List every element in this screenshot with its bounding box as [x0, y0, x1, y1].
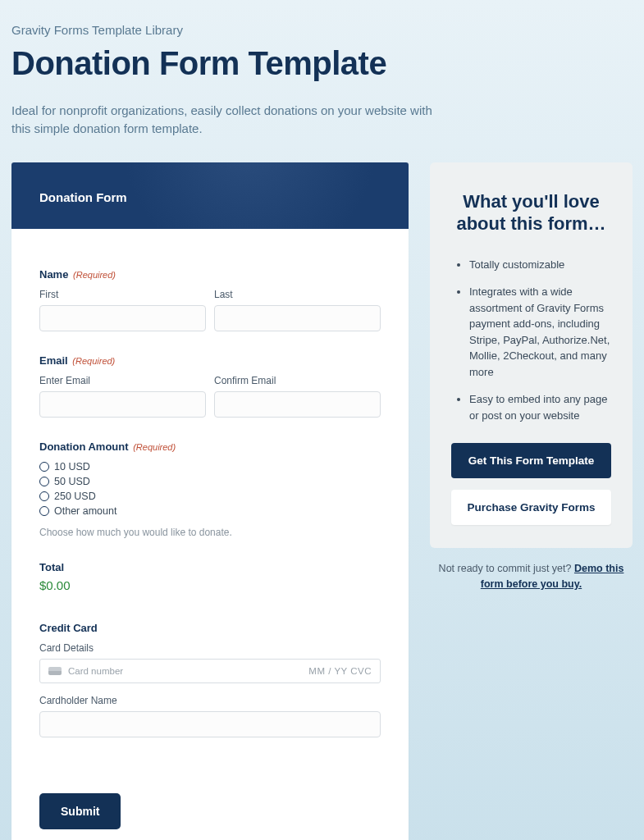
sidebar-title: What you'll love about this form… — [451, 190, 611, 235]
cardholder-name-input[interactable] — [39, 711, 381, 737]
required-indicator: (Required) — [72, 356, 115, 366]
donation-option[interactable]: 10 USD — [39, 461, 381, 472]
radio-icon — [39, 491, 49, 501]
card-number-input[interactable]: Card number MM / YY CVC — [39, 659, 381, 683]
confirm-email-sublabel: Confirm Email — [214, 375, 381, 386]
card-expiry-cvc-placeholder: MM / YY CVC — [308, 666, 372, 676]
form-header: Donation Form — [11, 162, 409, 229]
donation-hint: Choose how much you would like to donate… — [39, 527, 381, 538]
card-details-sublabel: Card Details — [39, 642, 381, 654]
get-template-button[interactable]: Get This Form Template — [451, 443, 611, 478]
donation-option[interactable]: 250 USD — [39, 491, 381, 502]
credit-card-icon — [48, 667, 62, 675]
sidebar-bullet: Integrates with a wide assortment of Gra… — [469, 284, 611, 380]
breadcrumb[interactable]: Gravity Forms Template Library — [11, 23, 633, 37]
credit-card-label: Credit Card — [39, 622, 381, 634]
submit-button[interactable]: Submit — [39, 793, 121, 829]
radio-icon — [39, 506, 49, 516]
last-name-sublabel: Last — [214, 289, 381, 300]
demo-prefix: Not ready to commit just yet? — [439, 563, 574, 574]
enter-email-sublabel: Enter Email — [39, 375, 206, 386]
donation-option[interactable]: 50 USD — [39, 476, 381, 487]
radio-icon — [39, 462, 49, 472]
donation-option-label: Other amount — [54, 505, 116, 517]
sidebar: What you'll love about this form… Totall… — [430, 162, 633, 592]
credit-card-group: Credit Card Card Details Card number MM … — [39, 622, 381, 737]
donation-option-label: 10 USD — [54, 461, 90, 472]
cardholder-name-sublabel: Cardholder Name — [39, 695, 381, 706]
purchase-button[interactable]: Purchase Gravity Forms — [451, 490, 611, 525]
name-label: Name — [39, 268, 68, 281]
first-name-input[interactable] — [39, 305, 206, 331]
first-name-sublabel: First — [39, 289, 206, 300]
donation-amount-group: Donation Amount (Required) 10 USD 50 USD… — [39, 441, 381, 538]
email-field-group: Email (Required) Enter Email Confirm Ema… — [39, 354, 381, 418]
required-indicator: (Required) — [73, 270, 116, 280]
donation-option[interactable]: Other amount — [39, 505, 381, 517]
donation-option-label: 250 USD — [54, 491, 96, 502]
name-field-group: Name (Required) First Last — [39, 268, 381, 331]
confirm-email-input[interactable] — [214, 391, 381, 418]
last-name-input[interactable] — [214, 305, 381, 331]
card-number-placeholder: Card number — [68, 666, 123, 676]
sidebar-bullet: Totally customizable — [469, 257, 611, 273]
page-title: Donation Form Template — [11, 45, 633, 82]
donation-option-label: 50 USD — [54, 476, 90, 487]
total-value: $0.00 — [39, 578, 381, 592]
enter-email-input[interactable] — [39, 391, 206, 418]
demo-line: Not ready to commit just yet? Demo this … — [430, 561, 633, 592]
donation-amount-label: Donation Amount — [39, 441, 129, 453]
page-description: Ideal for nonprofit organizations, easil… — [11, 102, 454, 138]
email-label: Email — [39, 354, 68, 367]
sidebar-card: What you'll love about this form… Totall… — [430, 162, 633, 549]
total-label: Total — [39, 561, 381, 573]
radio-icon — [39, 477, 49, 486]
form-panel: Donation Form Name (Required) First Last — [11, 162, 409, 841]
required-indicator: (Required) — [133, 442, 176, 452]
sidebar-bullet: Easy to embed into any page or post on y… — [469, 391, 611, 423]
